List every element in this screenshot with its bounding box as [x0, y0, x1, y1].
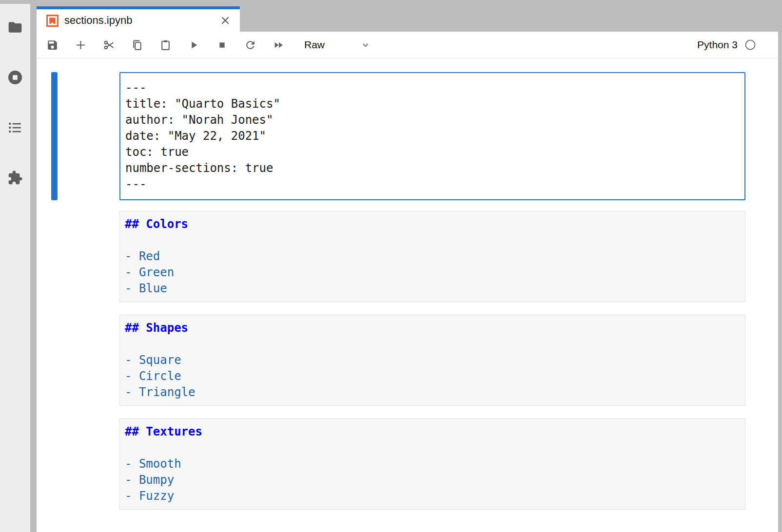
restart-icon: [244, 39, 256, 51]
sidebar-item-extension-manager[interactable]: [7, 170, 23, 186]
run-icon: [188, 39, 200, 51]
code-line: - Blue: [125, 281, 740, 297]
run-cell-button[interactable]: [179, 32, 208, 58]
cell-collapser[interactable]: [51, 315, 58, 406]
code-line: ---: [125, 80, 740, 96]
cut-cells-button[interactable]: [95, 32, 123, 58]
code-line: - Circle: [125, 368, 740, 384]
restart-kernel-button[interactable]: [236, 32, 264, 58]
code-line: - Red: [125, 248, 740, 265]
notebook-panel: Raw Python 3 ---title: "Quarto Basics"au…: [37, 32, 778, 532]
copy-cells-button[interactable]: [123, 32, 151, 58]
kernel-name: Python 3: [697, 39, 738, 51]
puzzle-icon: [7, 170, 23, 186]
code-line: author: "Norah Jones": [125, 112, 740, 128]
folder-icon: [7, 19, 23, 35]
code-line: number-sections: true: [125, 160, 740, 176]
cell-editor[interactable]: ## Textures- Smooth- Bumpy- Fuzzy: [119, 418, 745, 510]
code-line: date: "May 22, 2021": [125, 128, 740, 144]
restart-run-all-button[interactable]: [264, 32, 293, 58]
raw-cell: ---title: "Quarto Basics"author: "Norah …: [37, 72, 778, 200]
activity-sidebar: [0, 4, 30, 532]
cell-prompt: [58, 418, 119, 510]
code-line: - Bumpy: [125, 472, 740, 488]
code-line: ---: [125, 176, 740, 192]
save-icon: [46, 39, 59, 51]
sidebar-item-table-of-contents[interactable]: [7, 120, 23, 135]
copy-icon: [131, 39, 143, 51]
insert-cell-below-button[interactable]: [66, 32, 95, 58]
cell-prompt: [58, 315, 119, 406]
cell-editor[interactable]: ## Colors- Red- Green- Blue: [119, 211, 745, 302]
sidebar-divider: [30, 0, 37, 532]
notebook-icon: [46, 15, 59, 27]
code-line: - Fuzzy: [125, 488, 740, 504]
cell-type-value: Raw: [304, 39, 325, 51]
sidebar-item-file-browser[interactable]: [7, 19, 23, 35]
cell-prompt: [58, 211, 119, 302]
list-icon: [7, 120, 23, 135]
plus-icon: [75, 39, 87, 51]
code-line: [125, 336, 740, 352]
code-line: [125, 232, 740, 248]
tab-sections-ipynb[interactable]: sections.ipynb: [37, 6, 240, 32]
save-button[interactable]: [38, 32, 66, 58]
stop-circle-icon: [7, 70, 23, 85]
cell-collapser[interactable]: [51, 418, 58, 510]
close-icon[interactable]: [219, 15, 231, 26]
paste-cells-button[interactable]: [151, 32, 179, 58]
markdown-cell: ## Shapes- Square- Circle- Triangle: [37, 315, 778, 406]
fast-forward-icon: [273, 39, 285, 51]
cut-icon: [103, 39, 115, 51]
code-line: [125, 440, 740, 456]
chevron-down-icon: [360, 39, 371, 51]
notebook-toolbar: Raw Python 3: [37, 32, 778, 58]
tab-title: sections.ipynb: [64, 14, 219, 27]
code-line: ## Shapes: [125, 320, 740, 336]
kernel-idle-circle-icon: [744, 39, 756, 51]
markdown-cell: ## Textures- Smooth- Bumpy- Fuzzy: [37, 418, 778, 510]
sidebar-item-running-sessions[interactable]: [7, 70, 23, 85]
cell-collapser[interactable]: [51, 211, 58, 302]
cell-editor[interactable]: ---title: "Quarto Basics"author: "Norah …: [119, 72, 745, 200]
code-line: - Square: [125, 352, 740, 368]
cell-prompt: [58, 72, 119, 200]
interrupt-kernel-button[interactable]: [208, 32, 236, 58]
code-line: - Smooth: [125, 456, 740, 472]
code-line: title: "Quarto Basics": [125, 96, 740, 112]
kernel-indicator[interactable]: Python 3: [697, 39, 778, 51]
code-line: - Green: [125, 265, 740, 281]
cell-editor[interactable]: ## Shapes- Square- Circle- Triangle: [119, 315, 745, 406]
stop-icon: [216, 39, 228, 51]
window-right-edge: [778, 0, 782, 532]
notebook-cells: ---title: "Quarto Basics"author: "Norah …: [37, 58, 778, 510]
paste-icon: [159, 39, 172, 51]
code-line: ## Textures: [125, 424, 740, 440]
code-line: toc: true: [125, 144, 740, 160]
cell-type-dropdown[interactable]: Raw: [304, 39, 371, 51]
code-line: - Triangle: [125, 384, 740, 400]
cell-collapser[interactable]: [51, 72, 58, 200]
code-line: ## Colors: [125, 216, 740, 232]
markdown-cell: ## Colors- Red- Green- Blue: [37, 211, 778, 302]
